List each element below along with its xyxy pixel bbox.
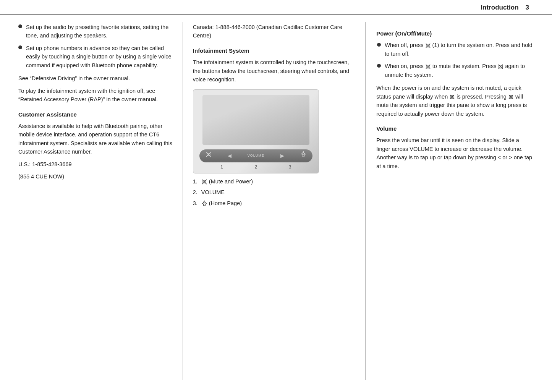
power-bullet-dot-2	[377, 64, 381, 68]
setup-bullets: Set up the audio by presetting favorite …	[18, 23, 176, 70]
num-3: 3.	[193, 199, 201, 207]
power-bullet-2: When on, press to mute the system. Press	[376, 62, 534, 79]
svg-rect-3	[302, 154, 304, 156]
svg-rect-8	[203, 204, 205, 206]
defensive-driving-ref: See “Defensive Driving” in the owner man…	[18, 74, 176, 83]
power-heading: Power (On/Off/Mute)	[376, 29, 534, 38]
num-item-3: 3. (Home Page)	[193, 199, 358, 207]
power-bullet-1-text: When off, press (1) to turn the system o…	[385, 41, 534, 58]
mute-icon-inline	[201, 177, 207, 186]
num-item-3-text: (Home Page)	[209, 199, 242, 207]
home-button-icon	[300, 151, 306, 160]
volume-heading: Volume	[376, 124, 534, 133]
power-bullet-1: When off, press (1) to turn the system o…	[376, 41, 534, 58]
canada-number: Canada: 1-888-446-2000 (Canadian Cadilla…	[193, 23, 358, 40]
power-bullets: When off, press (1) to turn the system o…	[376, 41, 534, 79]
button-bar: ◀ VOLUME ▶	[199, 149, 312, 162]
img-num-3: 3	[289, 164, 291, 171]
num-item-2-text: VOLUME	[201, 188, 225, 196]
us-number-2: (855 4 CUE NOW)	[18, 172, 176, 181]
customer-assistance-body: Assistance is available to help with Blu…	[18, 122, 176, 156]
bullet-audio: Set up the audio by presetting favorite …	[18, 23, 176, 40]
us-number: U.S.: 1-855-428-3669	[18, 160, 176, 168]
vol-label: VOLUME	[248, 153, 264, 159]
page-container: Introduction 3 Set up the audio by prese…	[0, 0, 552, 392]
page-number: 3	[526, 4, 529, 11]
bullet-phone: Set up phone numbers in advance so they …	[18, 44, 176, 70]
infotainment-image: ◀ VOLUME ▶ 1	[193, 89, 319, 173]
right-arrow-icon: ▶	[280, 152, 284, 160]
infotainment-heading: Infotainment System	[193, 46, 358, 55]
customer-assistance-heading: Customer Assistance	[18, 110, 176, 119]
infotainment-body: The infotainment system is controlled by…	[193, 58, 358, 84]
rap-ref: To play the infotainment system with the…	[18, 87, 176, 104]
column-2: Canada: 1-888-446-2000 (Canadian Cadilla…	[183, 15, 365, 387]
image-number-row: 1 2 3	[193, 164, 319, 171]
bullet-phone-text: Set up phone numbers in advance so they …	[26, 44, 176, 70]
bullet-dot-1	[18, 24, 22, 28]
power-bullet-dot-1	[377, 43, 381, 47]
page-header: Introduction 3	[0, 0, 552, 15]
mute-button-icon	[206, 151, 212, 160]
left-arrow-icon: ◀	[228, 152, 231, 160]
bullet-audio-text: Set up the audio by presetting favorite …	[26, 23, 176, 40]
power-body: When the power is on and the system is n…	[376, 84, 534, 118]
num-1: 1.	[193, 177, 201, 186]
img-num-1: 1	[220, 164, 223, 171]
volume-body: Press the volume bar until it is seen on…	[376, 136, 534, 170]
screen-area	[202, 95, 309, 145]
chapter-title: Introduction	[481, 4, 518, 11]
home-icon-inline	[201, 199, 207, 207]
svg-point-4	[303, 152, 304, 153]
content-columns: Set up the audio by presetting favorite …	[0, 15, 552, 387]
power-bullet-2-text: When on, press to mute the system. Press	[385, 62, 534, 79]
numbered-list: 1. (Mute and Power) 2. VOLUME 3	[193, 177, 358, 207]
num-item-2: 2. VOLUME	[193, 188, 358, 196]
img-num-2: 2	[254, 164, 257, 171]
num-item-1-text: (Mute and Power)	[209, 177, 253, 186]
column-1: Set up the audio by presetting favorite …	[8, 15, 183, 387]
column-3: Power (On/Off/Mute) When off, press (1) …	[366, 15, 544, 387]
bullet-dot-2	[18, 45, 22, 49]
num-item-1: 1. (Mute and Power)	[193, 177, 358, 186]
num-2: 2.	[193, 188, 201, 196]
